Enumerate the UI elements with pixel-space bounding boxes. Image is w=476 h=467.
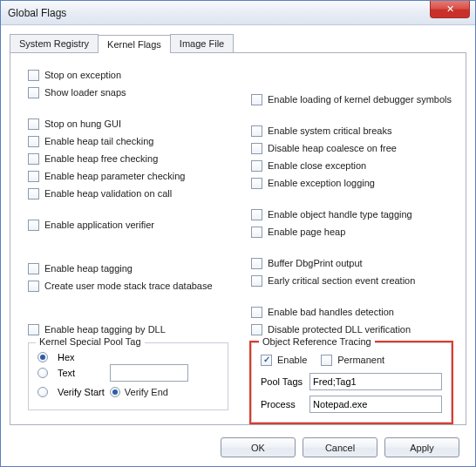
lbl-ort-enable: Enable [277,355,307,365]
chk-disable-protected-dll[interactable] [251,324,262,335]
chk-exception-logging[interactable] [251,178,262,189]
lbl-hex: Hex [58,352,105,362]
chk-disable-heap-coalesce[interactable] [251,143,262,154]
close-button[interactable]: ✕ [430,1,470,18]
lbl-page-heap: Enable page heap [268,227,345,237]
legend-kspt: Kernel Special Pool Tag [36,336,145,347]
client-area: System Registry Kernel Flags Image File … [1,25,475,466]
lbl-disable-protected-dll: Disable protected DLL verification [268,324,411,335]
input-process[interactable] [309,396,442,413]
chk-heap-tail[interactable] [28,136,39,147]
right-column: Enable loading of kernel debugger symbol… [251,65,452,423]
radio-text[interactable] [37,368,48,378]
tab-image-file[interactable]: Image File [170,34,234,52]
lbl-exception-logging: Enable exception logging [268,178,375,188]
chk-heap-tagging-dll[interactable] [28,324,39,335]
chk-sys-critical-breaks[interactable] [251,125,262,137]
lbl-heap-valid-call: Enable heap validation on call [44,188,172,199]
legend-ort: Object Reference Tracing [259,336,375,347]
input-pool-tag[interactable] [110,364,188,382]
chk-app-verifier[interactable] [28,220,39,231]
lbl-close-exception: Enable close exception [268,160,366,171]
lbl-pool-tags: Pool Tags [261,376,303,387]
chk-early-crit-section[interactable] [251,275,262,287]
cancel-button[interactable]: Cancel [303,437,377,457]
apply-button[interactable]: Apply [384,437,459,457]
lbl-verify-end: Verify End [125,387,168,397]
chk-stack-trace-db[interactable] [28,281,39,292]
chk-show-loader-snaps[interactable] [28,87,39,98]
lbl-sys-critical-breaks: Enable system critical breaks [268,125,391,136]
lbl-app-verifier: Enable application verifier [44,220,154,230]
chk-ort-permanent[interactable] [321,355,332,366]
group-object-reference-tracing: Object Reference Tracing Enable Permanen… [251,342,452,423]
lbl-kernel-dbg-symbols: Enable loading of kernel debugger symbol… [268,94,452,105]
lbl-stack-trace-db: Create user mode stack trace database [44,281,213,291]
lbl-heap-param: Enable heap parameter checking [44,171,185,181]
titlebar: Global Flags ✕ [1,1,475,25]
chk-heap-free[interactable] [28,153,39,165]
chk-kernel-dbg-symbols[interactable] [251,94,262,105]
lbl-stop-exception: Stop on exception [44,70,121,80]
chk-buffer-dbgprint[interactable] [251,258,262,269]
chk-page-heap[interactable] [251,227,262,238]
lbl-obj-handle-type-tag: Enable object handle type tagging [268,209,412,220]
lbl-early-crit-section: Early critical section event creation [268,275,415,286]
lbl-process: Process [261,399,303,409]
lbl-heap-tagging-dll: Enable heap tagging by DLL [44,324,166,335]
lbl-bad-handles: Enable bad handles detection [268,307,394,317]
radio-hex[interactable] [37,352,48,362]
lbl-disable-heap-coalesce: Disable heap coalesce on free [268,143,397,153]
dialog-buttons: OK Cancel Apply [221,437,459,457]
chk-heap-valid-call[interactable] [28,188,39,200]
lbl-text: Text [58,368,105,378]
chk-heap-tagging[interactable] [28,263,39,274]
tabstrip: System Registry Kernel Flags Image File [10,34,466,52]
lbl-verify-start: Verify Start [58,387,105,397]
lbl-buffer-dbgprint: Buffer DbgPrint output [268,258,363,268]
input-pool-tags[interactable] [309,373,442,390]
chk-heap-param[interactable] [28,171,39,182]
titlebar-buttons: ✕ [430,1,475,24]
tab-system-registry[interactable]: System Registry [10,34,99,52]
group-kernel-special-pool-tag: Kernel Special Pool Tag Hex Text Verify … [28,342,228,410]
tab-kernel-flags[interactable]: Kernel Flags [98,35,171,53]
ok-button[interactable]: OK [221,437,296,457]
chk-bad-handles[interactable] [251,307,262,318]
lbl-stop-hung-gui: Stop on hung GUI [44,118,121,129]
radio-verify-start[interactable] [37,387,48,397]
dialog-window: Global Flags ✕ System Registry Kernel Fl… [0,0,476,467]
lbl-ort-permanent: Permanent [337,355,384,365]
lbl-heap-tagging: Enable heap tagging [44,263,133,274]
chk-stop-exception[interactable] [28,70,39,81]
lbl-heap-free: Enable heap free checking [44,153,158,164]
radio-verify-end[interactable] [110,387,120,397]
window-title: Global Flags [8,7,66,19]
tab-panel-kernel-flags: Stop on exception Show loader snaps Stop… [10,52,466,425]
left-column: Stop on exception Show loader snaps Stop… [28,65,228,423]
chk-close-exception[interactable] [251,160,262,172]
chk-ort-enable[interactable] [261,355,272,366]
chk-stop-hung-gui[interactable] [28,118,39,130]
chk-obj-handle-type-tag[interactable] [251,209,262,220]
lbl-heap-tail: Enable heap tail checking [44,136,153,146]
lbl-show-loader-snaps: Show loader snaps [44,87,126,98]
